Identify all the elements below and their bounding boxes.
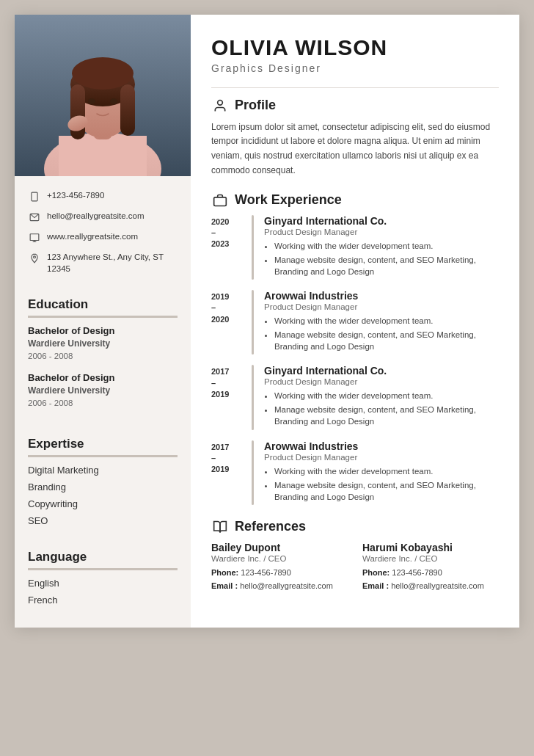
work-company-2: Arowwai Industries — [264, 290, 499, 302]
work-divider-3 — [252, 365, 254, 429]
education-section: Education Bachelor of Design Wardiere Un… — [15, 290, 191, 429]
right-column: OLIVIA WILSON Graphics Designer Profile … — [191, 15, 519, 628]
edu-year-1: 2006 - 2008 — [28, 350, 178, 362]
address-value: 123 Anywhere St., Any City, ST 12345 — [47, 251, 178, 275]
name-title-block: OLIVIA WILSON Graphics Designer — [211, 35, 499, 74]
phone-icon — [28, 190, 41, 203]
work-role-4: Product Design Manager — [264, 453, 499, 462]
profile-icon — [211, 97, 229, 115]
ref-role-2: Wardiere Inc. / CEO — [362, 554, 499, 563]
references-title: References — [235, 519, 306, 534]
contact-email: hello@reallygreatsite.com — [28, 210, 178, 224]
edu-year-2: 2006 - 2008 — [28, 397, 178, 409]
work-icon — [211, 192, 229, 209]
work-bullets-2: Working with the wider development team.… — [264, 315, 499, 352]
svg-point-19 — [218, 100, 223, 105]
contact-address: 123 Anywhere St., Any City, ST 12345 — [28, 251, 178, 275]
edu-degree-2: Bachelor of Design — [28, 372, 178, 385]
person-title: Graphics Designer — [211, 62, 499, 74]
work-year-end-1: 2023 — [211, 239, 229, 248]
ref-name-2: Harumi Kobayashi — [362, 542, 499, 553]
expertise-item-2: Branding — [28, 481, 178, 493]
photo-container — [15, 15, 191, 176]
work-entries: 2020– 2023 Ginyard International Co. Pro… — [211, 215, 499, 505]
work-experience-section: Work Experience 2020– 2023 Ginyard Inter… — [211, 192, 499, 505]
address-icon — [28, 252, 41, 265]
ref-phone-label-2: Phone: — [362, 568, 392, 577]
contact-section: +123-456-7890 hello@reallygreatsite.com … — [15, 176, 191, 290]
language-item-1: English — [28, 578, 178, 589]
expertise-item-3: Copywriting — [28, 498, 178, 509]
education-entry-1: Bachelor of Design Wardiere University 2… — [28, 325, 178, 362]
ref-phone-value-2: 123-456-7890 — [392, 568, 442, 577]
ref-email-1: Email : hello@reallygreatsite.com — [211, 580, 348, 592]
work-year-end-4: 2019 — [211, 465, 229, 473]
work-entry-4: 2017– 2019 Arowwai Industries Product De… — [211, 440, 499, 505]
work-year-end-2: 2020 — [211, 315, 229, 324]
work-entry-2: 2019– 2020 Arowwai Industries Product De… — [211, 290, 499, 355]
work-content-1: Ginyard International Co. Product Design… — [264, 215, 499, 280]
ref-name-1: Bailey Dupont — [211, 542, 348, 553]
edu-uni-1: Wardiere University — [28, 338, 178, 350]
ref-phone-value-1: 123-456-7890 — [241, 568, 291, 577]
svg-rect-20 — [214, 197, 227, 206]
work-bullets-1: Working with the wider development team.… — [264, 240, 499, 277]
work-divider-1 — [252, 215, 254, 280]
svg-rect-6 — [70, 84, 85, 139]
education-entry-2: Bachelor of Design Wardiere University 2… — [28, 372, 178, 409]
work-company-1: Ginyard International Co. — [264, 215, 499, 227]
ref-email-2: Email : hello@reallygreatsite.com — [362, 580, 499, 592]
ref-phone-2: Phone: 123-456-7890 — [362, 567, 499, 579]
work-years-4: 2017– 2019 — [211, 440, 252, 505]
work-bullets-4: Working with the wider development team.… — [264, 465, 499, 503]
website-value: www.reallygreatsite.com — [47, 230, 138, 242]
reference-2: Harumi Kobayashi Wardiere Inc. / CEO Pho… — [362, 542, 499, 594]
svg-point-18 — [34, 256, 36, 258]
profile-header: Profile — [211, 97, 499, 115]
work-title: Work Experience — [235, 192, 342, 208]
work-bullet-3-2: Manage website design, content, and SEO … — [274, 404, 499, 427]
work-company-4: Arowwai Industries — [264, 440, 499, 452]
email-icon — [28, 211, 41, 224]
references-grid: Bailey Dupont Wardiere Inc. / CEO Phone:… — [211, 542, 499, 594]
work-divider-4 — [252, 440, 254, 505]
work-bullet-2-1: Working with the wider development team. — [274, 315, 499, 327]
ref-phone-1: Phone: 123-456-7890 — [211, 567, 348, 579]
work-role-3: Product Design Manager — [264, 377, 499, 386]
resume-container: +123-456-7890 hello@reallygreatsite.com … — [15, 15, 519, 628]
work-role-1: Product Design Manager — [264, 228, 499, 236]
ref-email-label-1: Email : — [211, 581, 240, 590]
work-header: Work Experience — [211, 192, 499, 209]
work-years-3: 2017– 2019 — [211, 365, 252, 429]
expertise-item-4: SEO — [28, 515, 178, 526]
edu-uni-2: Wardiere University — [28, 385, 178, 397]
expertise-section: Expertise Digital Marketing Branding Cop… — [15, 429, 191, 542]
work-content-3: Ginyard International Co. Product Design… — [264, 365, 499, 429]
work-bullet-1-2: Manage website design, content, and SEO … — [274, 254, 499, 277]
work-role-2: Product Design Manager — [264, 302, 499, 311]
work-entry-3: 2017– 2019 Ginyard International Co. Pro… — [211, 365, 499, 429]
left-column: +123-456-7890 hello@reallygreatsite.com … — [15, 15, 191, 628]
divider-1 — [211, 87, 499, 88]
contact-phone: +123-456-7890 — [28, 189, 178, 203]
email-value: hello@reallygreatsite.com — [47, 210, 144, 222]
ref-email-value-2: hello@reallygreatsite.com — [391, 581, 484, 590]
work-bullet-4-2: Manage website design, content, and SEO … — [274, 479, 499, 503]
work-bullet-1-1: Working with the wider development team. — [274, 240, 499, 252]
work-bullet-2-2: Manage website design, content, and SEO … — [274, 329, 499, 352]
profile-text: Lorem ipsum dolor sit amet, consectetur … — [211, 120, 499, 178]
profile-section: Profile Lorem ipsum dolor sit amet, cons… — [211, 97, 499, 178]
website-icon — [28, 231, 41, 244]
ref-phone-label-1: Phone: — [211, 568, 241, 577]
expertise-item-1: Digital Marketing — [28, 465, 178, 476]
work-company-3: Ginyard International Co. — [264, 365, 499, 377]
references-section: References Bailey Dupont Wardiere Inc. /… — [211, 518, 499, 594]
profile-title: Profile — [235, 98, 276, 113]
svg-rect-7 — [120, 84, 135, 136]
work-bullets-3: Working with the wider development team.… — [264, 390, 499, 427]
svg-rect-2 — [59, 136, 147, 176]
work-divider-2 — [252, 290, 254, 355]
contact-website: www.reallygreatsite.com — [28, 230, 178, 244]
svg-point-8 — [72, 57, 134, 90]
ref-role-1: Wardiere Inc. / CEO — [211, 554, 348, 563]
